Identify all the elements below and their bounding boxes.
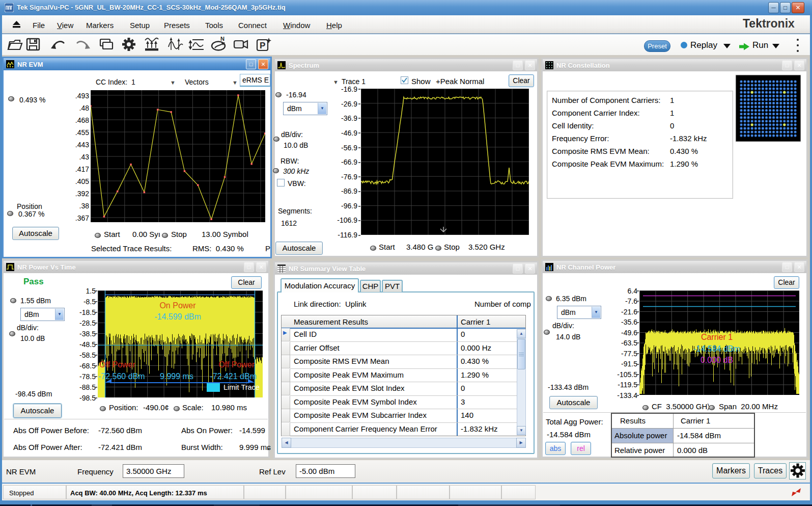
svg-text:P: P: [260, 41, 265, 50]
svg-text:N: N: [220, 36, 225, 42]
svg-text:Limit Trace: Limit Trace: [223, 383, 260, 391]
svg-text:Off Power: Off Power: [99, 360, 136, 369]
svg-text:0.000 dB: 0.000 dB: [701, 356, 733, 364]
svg-text:Off Power: Off Power: [218, 360, 255, 369]
svg-text:-72.560 dBm: -72.560 dBm: [98, 372, 145, 381]
svg-text:-72.421 dBm: -72.421 dBm: [210, 372, 257, 381]
svg-text:-14.584 dBm: -14.584 dBm: [693, 344, 740, 353]
svg-text:-14.599 dBm: -14.599 dBm: [154, 312, 201, 321]
svg-text:On Power: On Power: [159, 301, 196, 310]
svg-text:Carrier 1: Carrier 1: [701, 333, 733, 341]
svg-text:9.999 ms: 9.999 ms: [160, 372, 193, 381]
